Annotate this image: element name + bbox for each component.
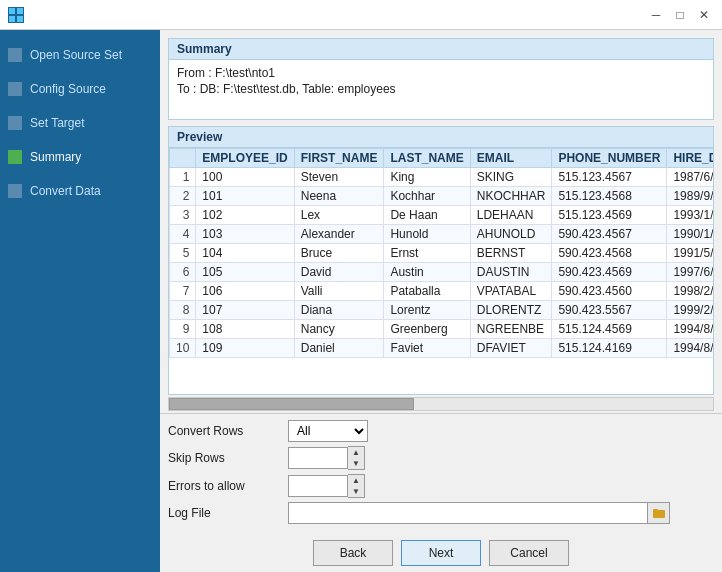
sidebar-label-open-source-set: Open Source Set bbox=[30, 48, 122, 62]
cell-hire-date: 1987/6/17 bbox=[667, 168, 714, 187]
log-file-row: Log File C:\Users\pan\AppData\Local\File… bbox=[168, 502, 714, 524]
cell-employee-id: 105 bbox=[196, 263, 294, 282]
cell-phone-number: 590.423.4569 bbox=[552, 263, 667, 282]
sidebar-label-summary: Summary bbox=[30, 150, 81, 164]
horizontal-scrollbar[interactable] bbox=[168, 397, 714, 411]
right-panel: Summary From : F:\test\nto1 To : DB: F:\… bbox=[160, 30, 722, 572]
cell-hire-date: 1998/2/5 bbox=[667, 282, 714, 301]
step-indicator-4 bbox=[8, 150, 22, 164]
cell-employee-id: 104 bbox=[196, 244, 294, 263]
cell-hire-date: 1997/6/25 bbox=[667, 263, 714, 282]
cancel-button[interactable]: Cancel bbox=[489, 540, 569, 566]
cell-employee-id: 101 bbox=[196, 187, 294, 206]
skip-rows-spinner-buttons: ▲ ▼ bbox=[348, 446, 365, 470]
cell-last-name: De Haan bbox=[384, 206, 470, 225]
cell-email: BERNST bbox=[470, 244, 552, 263]
cell-phone-number: 590.423.5567 bbox=[552, 301, 667, 320]
sidebar-item-open-source-set[interactable]: Open Source Set bbox=[0, 38, 160, 72]
cell-hire-date: 1989/9/21 bbox=[667, 187, 714, 206]
errors-to-allow-row: Errors to allow 0 ▲ ▼ bbox=[168, 474, 714, 498]
close-button[interactable]: ✕ bbox=[694, 5, 714, 25]
minimize-button[interactable]: ─ bbox=[646, 5, 666, 25]
step-indicator-2 bbox=[8, 82, 22, 96]
row-number: 8 bbox=[170, 301, 196, 320]
cell-first-name: Neena bbox=[294, 187, 384, 206]
cell-email: DFAVIET bbox=[470, 339, 552, 358]
title-bar: ─ □ ✕ bbox=[0, 0, 722, 30]
errors-to-allow-label: Errors to allow bbox=[168, 479, 288, 493]
errors-decrement[interactable]: ▼ bbox=[348, 486, 364, 497]
sidebar-label-convert-data: Convert Data bbox=[30, 184, 101, 198]
cell-phone-number: 515.123.4568 bbox=[552, 187, 667, 206]
maximize-button[interactable]: □ bbox=[670, 5, 690, 25]
table-row: 5104BruceErnstBERNST590.423.45681991/5/2… bbox=[170, 244, 715, 263]
skip-rows-decrement[interactable]: ▼ bbox=[348, 458, 364, 469]
app-icon bbox=[8, 7, 24, 23]
cell-employee-id: 102 bbox=[196, 206, 294, 225]
table-row: 3102LexDe HaanLDEHAAN515.123.45691993/1/… bbox=[170, 206, 715, 225]
log-file-label: Log File bbox=[168, 506, 288, 520]
sidebar-item-set-target[interactable]: Set Target bbox=[0, 106, 160, 140]
next-button[interactable]: Next bbox=[401, 540, 481, 566]
cell-last-name: Kochhar bbox=[384, 187, 470, 206]
table-row: 1100StevenKingSKING515.123.45671987/6/17… bbox=[170, 168, 715, 187]
skip-rows-increment[interactable]: ▲ bbox=[348, 447, 364, 458]
data-table-wrapper[interactable]: EMPLOYEE_ID FIRST_NAME LAST_NAME EMAIL P… bbox=[168, 148, 714, 395]
cell-hire-date: 1994/8/16 bbox=[667, 339, 714, 358]
svg-rect-2 bbox=[9, 16, 15, 22]
cell-last-name: Faviet bbox=[384, 339, 470, 358]
cell-first-name: Daniel bbox=[294, 339, 384, 358]
table-row: 7106ValliPataballaVPATABAL590.423.456019… bbox=[170, 282, 715, 301]
convert-rows-select[interactable]: All First N Custom bbox=[288, 420, 368, 442]
cell-last-name: King bbox=[384, 168, 470, 187]
col-header-employee-id: EMPLOYEE_ID bbox=[196, 149, 294, 168]
col-header-hire-date: HIRE_DATE bbox=[667, 149, 714, 168]
cell-email: LDEHAAN bbox=[470, 206, 552, 225]
cell-hire-date: 1993/1/13 bbox=[667, 206, 714, 225]
row-number: 6 bbox=[170, 263, 196, 282]
scrollbar-thumb[interactable] bbox=[169, 398, 414, 410]
step-indicator-3 bbox=[8, 116, 22, 130]
cell-phone-number: 515.123.4569 bbox=[552, 206, 667, 225]
cell-first-name: Bruce bbox=[294, 244, 384, 263]
row-number: 1 bbox=[170, 168, 196, 187]
errors-to-allow-input[interactable]: 0 bbox=[288, 475, 348, 497]
step-indicator-1 bbox=[8, 48, 22, 62]
sidebar-label-set-target: Set Target bbox=[30, 116, 84, 130]
cell-employee-id: 100 bbox=[196, 168, 294, 187]
cell-employee-id: 106 bbox=[196, 282, 294, 301]
log-browse-button[interactable] bbox=[648, 502, 670, 524]
row-number: 4 bbox=[170, 225, 196, 244]
action-buttons: Back Next Cancel bbox=[160, 534, 722, 572]
preview-header: Preview bbox=[168, 126, 714, 148]
cell-first-name: David bbox=[294, 263, 384, 282]
row-number: 9 bbox=[170, 320, 196, 339]
skip-rows-input[interactable]: 0 bbox=[288, 447, 348, 469]
sidebar-item-convert-data[interactable]: Convert Data bbox=[0, 174, 160, 208]
bottom-controls: Convert Rows All First N Custom Skip Row… bbox=[160, 413, 722, 534]
cell-hire-date: 1991/5/21 bbox=[667, 244, 714, 263]
cell-hire-date: 1999/2/7 bbox=[667, 301, 714, 320]
table-row: 9108NancyGreenbergNGREENBE515.124.456919… bbox=[170, 320, 715, 339]
cell-employee-id: 108 bbox=[196, 320, 294, 339]
sidebar-item-config-source[interactable]: Config Source bbox=[0, 72, 160, 106]
cell-first-name: Diana bbox=[294, 301, 384, 320]
svg-rect-0 bbox=[9, 8, 15, 14]
log-file-input[interactable]: C:\Users\pan\AppData\Local\FileToDB\2022… bbox=[288, 502, 648, 524]
table-row: 2101NeenaKochharNKOCHHAR515.123.45681989… bbox=[170, 187, 715, 206]
cell-email: DLORENTZ bbox=[470, 301, 552, 320]
cell-email: NKOCHHAR bbox=[470, 187, 552, 206]
row-number: 2 bbox=[170, 187, 196, 206]
row-number: 3 bbox=[170, 206, 196, 225]
cell-email: VPATABAL bbox=[470, 282, 552, 301]
data-table: EMPLOYEE_ID FIRST_NAME LAST_NAME EMAIL P… bbox=[169, 148, 714, 358]
errors-increment[interactable]: ▲ bbox=[348, 475, 364, 486]
svg-rect-1 bbox=[17, 8, 23, 14]
back-button[interactable]: Back bbox=[313, 540, 393, 566]
sidebar-item-summary[interactable]: Summary bbox=[0, 140, 160, 174]
table-row: 6105DavidAustinDAUSTIN590.423.45691997/6… bbox=[170, 263, 715, 282]
errors-spinner-buttons: ▲ ▼ bbox=[348, 474, 365, 498]
table-row: 10109DanielFavietDFAVIET515.124.41691994… bbox=[170, 339, 715, 358]
summary-header: Summary bbox=[168, 38, 714, 60]
cell-phone-number: 515.124.4169 bbox=[552, 339, 667, 358]
